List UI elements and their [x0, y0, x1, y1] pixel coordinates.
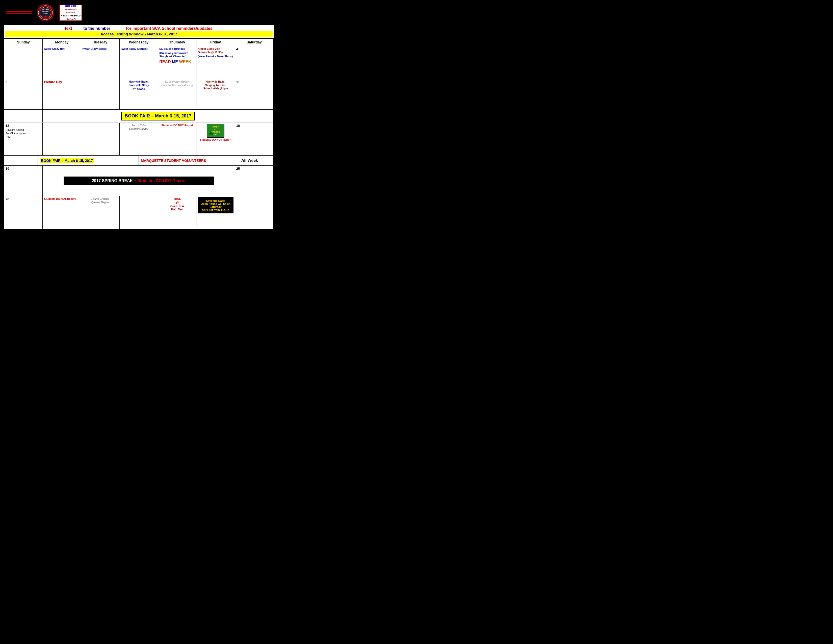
save-date-box: Save the Date: Open House will be on Sat…: [198, 197, 233, 213]
svg-text:HAPPY: HAPPY: [212, 126, 219, 128]
svg-rect-14: [211, 134, 211, 136]
w3-sun-date: 19: [6, 167, 41, 171]
w0-fri-e2: (Wear Favorite Team Shirts): [198, 55, 233, 58]
w2-fri: HAPPY ST. PATRICK'S DAY Students DO NOT …: [196, 123, 235, 155]
mq-allweek-text: All Week: [241, 158, 258, 163]
text-line: Text to the number for important SCA Sch…: [5, 26, 273, 31]
w0-sat: 4: [235, 46, 273, 79]
underline-bar-2: [6, 13, 32, 14]
w4-thu-e2: 4th: [159, 201, 195, 204]
w2-wed: End of Third Grading Quarter: [120, 123, 158, 155]
save-date-l2: Open House will be on Saturday: [200, 202, 231, 208]
w1-wed-content: Nashville Ballet Cinderella Story 2nd Gr…: [121, 80, 156, 91]
w1-fri: Nashville Ballet Singing Tortoise School…: [196, 79, 235, 109]
st-patrick-image: HAPPY ST. PATRICK'S DAY: [207, 124, 224, 138]
spring-break-box: 2017 SPRING BREAK – Students DO NOT Repo…: [63, 176, 214, 186]
mq-sun: [4, 156, 38, 166]
w4-thu-e3: Grade ELA: [159, 204, 195, 208]
marquette-row: BOOK FAIR – March 6-15, 2017 MARQUETTE S…: [4, 156, 273, 166]
w0-wed-text: (Wear Tacky Clothes): [121, 47, 148, 50]
mq-bookfair: BOOK FAIR – March 6-15, 2017: [38, 156, 139, 166]
w1-fri-content: Nashville Ballet Singing Tortoise School…: [198, 80, 233, 90]
spring-break-text: 2017 SPRING BREAK – Students DO NOT Repo…: [92, 179, 186, 183]
w0-thu-e2: (Dress as your favorite Storybook Charac…: [159, 52, 195, 58]
header-friday: Friday: [196, 39, 235, 46]
w4-fri: Save the Date: Open House will be on Sat…: [196, 196, 235, 229]
underlines-area: [6, 11, 32, 14]
text-part2: to the number: [83, 26, 110, 31]
w4-mon: Students DO NOT Report: [43, 196, 81, 229]
svg-text:PATRICK'S: PATRICK'S: [211, 131, 220, 133]
w1-mon-content: Picture Day: [44, 80, 79, 84]
svg-point-5: [44, 15, 47, 18]
w2-sun-date: 12: [6, 124, 41, 127]
w3-sat: 25: [235, 166, 273, 196]
book-fair-text: BOOK FAIR – March 6-15, 2017: [125, 113, 191, 118]
w2-thu-text: Students DO NOT Report: [159, 124, 195, 127]
me-word: ME: [172, 60, 178, 64]
bf-banner-cell: BOOK FAIR – March 6-15, 2017: [43, 109, 273, 122]
w4-wed: [120, 196, 158, 229]
mq-bookfair-text: BOOK FAIR – March 6-15, 2017: [40, 158, 94, 163]
page-wrapper: SMITHSON CRAIGHEAD ACADEMY RELATE PARENT…: [0, 0, 278, 233]
w1-fri-e1: Nashville Ballet: [198, 80, 233, 84]
svg-text:ST.: ST.: [214, 128, 217, 130]
w4-mon-content: Students DO NOT Report: [44, 197, 79, 201]
w2-thu-content: Students DO NOT Report: [159, 124, 195, 127]
week4-row: 26 Students DO NOT Report Fourth Grading…: [4, 196, 273, 229]
book-fair-banner-row: BOOK FAIR – March 6-15, 2017: [4, 109, 273, 123]
week1-row: 5 Picture Day Nashville Ballet Cinderell…: [4, 79, 273, 109]
read-word: READ: [159, 60, 170, 64]
save-date-l1: Save the Date:: [200, 199, 231, 202]
calendar: Sunday Monday Tuesday Wednesday Thursday…: [4, 38, 274, 230]
w0-thu-e1: Dr. Seuss's Birthday: [159, 47, 195, 51]
w2-sun-content: Daylight Saving Set Clocks up an Hour: [6, 128, 41, 138]
w0-wed: (Wear Tacky Clothes): [120, 46, 158, 79]
top-header: SMITHSON CRAIGHEAD ACADEMY RELATE PARENT…: [4, 3, 274, 23]
logo2-text: RELATE PARENTING Academy RETAIN REBUILD …: [61, 5, 80, 21]
logo2: RELATE PARENTING Academy RETAIN REBUILD …: [60, 5, 82, 21]
week0-row: (Wear Crazy Hat) (Wear Crazy Socks) (Wea…: [4, 46, 273, 79]
w1-fri-e3: School Wide @1pm: [198, 87, 233, 90]
w4-sun-date: 26: [6, 197, 41, 201]
w2-wed-e2: Grading Quarter: [121, 127, 156, 131]
header-saturday: Saturday: [235, 39, 273, 46]
text-part3: for important SCA School reminders/updat…: [126, 26, 214, 31]
calendar-header-row: Sunday Monday Tuesday Wednesday Thursday…: [4, 39, 273, 46]
spring-break-red: Students DO NOT Report: [137, 179, 185, 183]
header-monday: Monday: [43, 39, 81, 46]
w2-tue: [81, 123, 120, 155]
w4-tue-e2: Quarter Begins: [82, 201, 118, 204]
w1-wed: Nashville Ballet Cinderella Story 2nd Gr…: [120, 79, 158, 109]
w4-sat: [235, 196, 273, 229]
w0-thu: Dr. Seuss's Birthday (Dress as your favo…: [158, 46, 196, 79]
w1-mon-text: Picture Day: [44, 80, 62, 84]
w0-mon-content: (Wear Crazy Hat): [44, 47, 79, 51]
w1-fri-e2: Singing Tortoise: [198, 84, 233, 87]
access-testing-text: Access Testing Window - March 6-31, 2017: [100, 32, 177, 36]
svg-text:DAY: DAY: [213, 134, 217, 136]
w0-mon: (Wear Crazy Hat): [43, 46, 81, 79]
bf-empty-sun: [4, 109, 43, 122]
week-word: WEEK: [179, 60, 191, 64]
w2-sat-date: 18: [236, 124, 272, 127]
w0-fri-content: Kinder Class Visit GoNoodle @ 10:30a (We…: [198, 47, 233, 58]
w2-sun-sub2: Set Clocks up an: [6, 132, 41, 135]
w4-mon-text: Students DO NOT Report: [44, 197, 76, 200]
w3-sat-date: 25: [236, 167, 272, 171]
w4-tue-e1: Fourth Grading: [82, 197, 118, 201]
mq-marquette-text: MARQUETTE STUDENT VOLUNTEERS: [141, 159, 206, 163]
header-sunday: Sunday: [4, 39, 43, 46]
logo1: SMITHSON CRAIGHEAD ACADEMY: [37, 4, 54, 21]
w2-fri-content: HAPPY ST. PATRICK'S DAY Students DO NOT …: [198, 124, 233, 142]
w2-sun: 12 Daylight Saving Set Clocks up an Hour: [4, 123, 43, 155]
w0-mon-text: (Wear Crazy Hat): [44, 47, 65, 50]
w1-thu-content: 5:30p Project Reflect Board of Directors…: [159, 80, 195, 87]
w3-spring-break: 2017 SPRING BREAK – Students DO NOT Repo…: [43, 166, 235, 196]
w2-fri-sub: Students DO NOT Report: [198, 138, 233, 142]
w1-sun: 5: [4, 79, 43, 109]
w0-sun: [4, 46, 43, 79]
week2-row: 12 Daylight Saving Set Clocks up an Hour…: [4, 123, 273, 156]
w2-mon: [43, 123, 81, 155]
text-part1: Text: [64, 26, 72, 31]
